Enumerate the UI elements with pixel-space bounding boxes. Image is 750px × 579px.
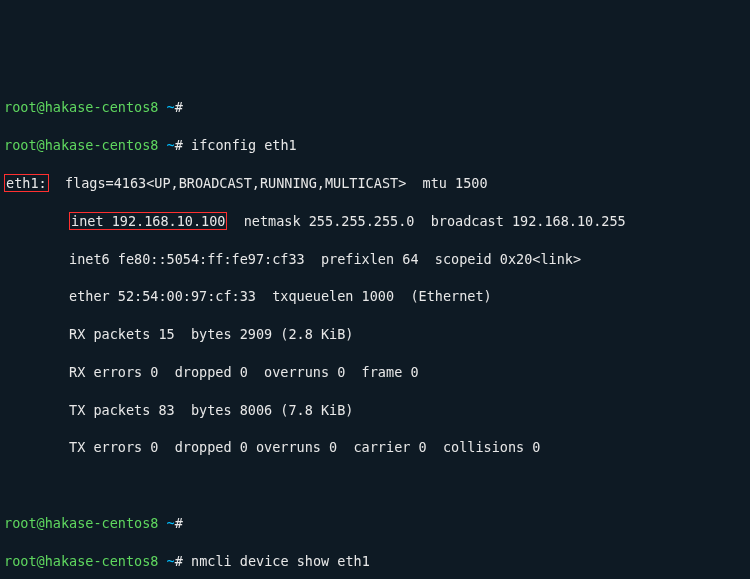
highlight-inet-ip: inet 192.168.10.100 [69,212,227,230]
prompt-tilde: ~ [167,137,175,153]
ifconfig-inet6: inet6 fe80::5054:ff:fe97:cf33 prefixlen … [4,250,746,269]
ifconfig-inet-rest: netmask 255.255.255.0 broadcast 192.168.… [227,213,625,229]
prompt-userhost: root@hakase-centos8 [4,137,158,153]
command-ifconfig: ifconfig eth1 [191,137,297,153]
prompt-userhost: root@hakase-centos8 [4,515,158,531]
ifconfig-rx-errors: RX errors 0 dropped 0 overruns 0 frame 0 [4,363,746,382]
ifconfig-tx-errors: TX errors 0 dropped 0 overruns 0 carrier… [4,438,746,457]
terminal-output: root@hakase-centos8 ~# root@hakase-cento… [4,80,746,579]
prompt-tilde: ~ [167,99,175,115]
prompt-userhost: root@hakase-centos8 [4,553,158,569]
command-nmcli: nmcli device show eth1 [191,553,370,569]
prompt-line-cmd2: root@hakase-centos8 ~# nmcli device show… [4,552,746,571]
ifconfig-line-inet: inet 192.168.10.100 netmask 255.255.255.… [4,212,746,231]
ifconfig-tx-packets: TX packets 83 bytes 8006 (7.8 KiB) [4,401,746,420]
ifconfig-line-1: eth1: flags=4163<UP,BROADCAST,RUNNING,MU… [4,174,746,193]
prompt-hash: # [175,515,183,531]
prompt-userhost: root@hakase-centos8 [4,99,158,115]
blank-line [4,476,746,495]
prompt-hash: # [175,553,183,569]
prompt-hash: # [175,99,183,115]
prompt-line-cmd1: root@hakase-centos8 ~# ifconfig eth1 [4,136,746,155]
ifconfig-ether: ether 52:54:00:97:cf:33 txqueuelen 1000 … [4,287,746,306]
prompt-tilde: ~ [167,553,175,569]
highlight-eth1-iface: eth1: [4,174,49,192]
ifconfig-flags: flags=4163<UP,BROADCAST,RUNNING,MULTICAS… [49,175,488,191]
prompt-line: root@hakase-centos8 ~# [4,514,746,533]
prompt-tilde: ~ [167,515,175,531]
ifconfig-rx-packets: RX packets 15 bytes 2909 (2.8 KiB) [4,325,746,344]
prompt-hash: # [175,137,183,153]
prompt-line: root@hakase-centos8 ~# [4,98,746,117]
